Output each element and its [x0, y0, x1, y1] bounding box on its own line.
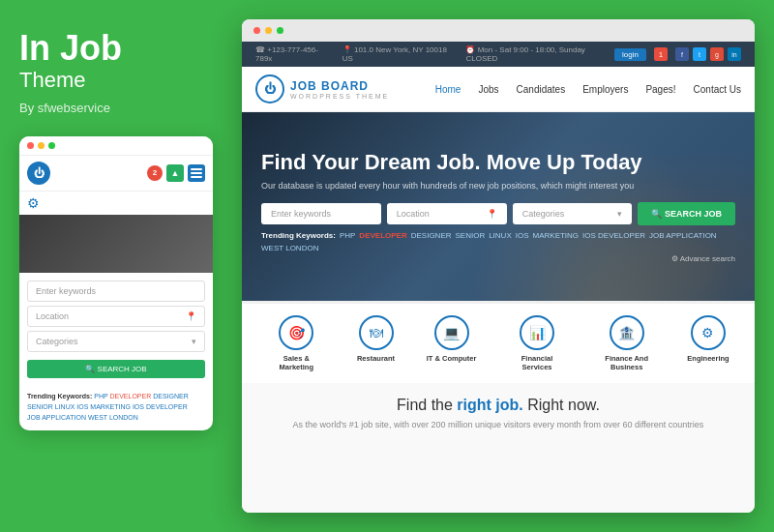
it-computer-label: IT & Computer	[427, 354, 477, 363]
social-icons: f t g in	[675, 47, 741, 61]
category-restaurant[interactable]: 🍽 Restaurant	[357, 315, 395, 371]
financial-services-icon: 📊	[520, 315, 554, 350]
browser-window: ☎ +123-777-456-789x 📍 101.0 New York, NY…	[242, 19, 755, 513]
mobile-nav-icons: 2 ▲	[147, 164, 205, 182]
nav-jobs[interactable]: Jobs	[478, 84, 498, 95]
nav-links: Home Jobs Candidates Employers Pages! Co…	[435, 84, 741, 95]
linkedin-icon[interactable]: in	[728, 47, 741, 61]
nav-employers[interactable]: Employers	[582, 84, 628, 95]
login-button[interactable]: login	[614, 48, 646, 61]
mobile-top-bar	[19, 136, 213, 156]
mobile-notification-badge[interactable]: 2	[147, 165, 163, 181]
hero-categories-select[interactable]: Categories ▾	[513, 203, 633, 224]
bottom-title: Find the right job. Right now.	[261, 397, 735, 414]
tag-designer[interactable]: DESIGNER	[411, 231, 452, 240]
it-computer-icon: 💻	[434, 315, 469, 350]
address-info: 📍 101.0 New York, NY 10018 US	[342, 45, 457, 63]
brand-title: In Job	[19, 29, 213, 68]
hero-search-button[interactable]: 🔍 SEARCH JOB	[638, 202, 735, 225]
mobile-keyword-input[interactable]: Enter keywords	[27, 281, 205, 302]
tag-ios-dev[interactable]: IOS DEVELOPER	[582, 231, 645, 240]
site-navbar: ⏻ JOB BOARD WORDPRESS THEME Home Jobs Ca…	[242, 67, 755, 112]
finance-business-label: Finance And Business	[598, 354, 656, 371]
brand-subtitle: Theme	[19, 68, 213, 93]
tag-job-app[interactable]: JOB APPLICATION	[649, 231, 717, 240]
nav-contact[interactable]: Contact Us	[694, 84, 741, 95]
site-topbar: ☎ +123-777-456-789x 📍 101.0 New York, NY…	[242, 42, 755, 67]
browser-chrome	[242, 19, 755, 42]
mobile-search-button[interactable]: 🔍 SEARCH JOB	[27, 360, 205, 378]
mobile-hero-bg	[19, 215, 213, 273]
category-finance-business[interactable]: 🏦 Finance And Business	[598, 315, 656, 371]
mobile-navbar: ⏻ 2 ▲	[19, 156, 213, 192]
browser-dot-yellow[interactable]	[265, 27, 272, 34]
tag-marketing[interactable]: MARKETING	[533, 231, 580, 240]
browser-dot-red[interactable]	[253, 27, 260, 34]
nav-candidates[interactable]: Candidates	[517, 84, 566, 95]
browser-dot-green[interactable]	[277, 27, 283, 34]
brand-by: By sfwebservice	[19, 101, 213, 115]
tag-senior[interactable]: SENIOR	[456, 231, 486, 240]
advance-search-link[interactable]: ⚙ Advance search	[261, 254, 735, 263]
hours-info: ⏰ Mon - Sat 9:00 - 18:00, Sunday CLOSED	[465, 45, 614, 63]
googleplus-icon[interactable]: g	[710, 47, 724, 61]
dot-yellow	[38, 142, 45, 149]
mobile-hero	[19, 215, 213, 273]
category-financial-services[interactable]: 📊 Financial Services	[508, 315, 566, 371]
logo-icon: ⏻	[255, 74, 284, 103]
mobile-logo: ⏻	[27, 162, 50, 185]
nav-pages[interactable]: Pages!	[645, 84, 675, 95]
trending-keywords-row: Trending Keywords: PHP DEVELOPER DESIGNE…	[261, 231, 735, 252]
dot-green	[48, 142, 55, 149]
engineering-icon: ⚙	[691, 315, 726, 350]
dot-red	[27, 142, 34, 149]
hero-title: Find Your Dream Job. Move Up Today	[261, 150, 735, 175]
category-it-computer[interactable]: 💻 IT & Computer	[427, 315, 477, 371]
topbar-left: ☎ +123-777-456-789x 📍 101.0 New York, NY…	[255, 45, 614, 63]
tag-php[interactable]: PHP	[340, 231, 355, 240]
sales-marketing-icon: 🎯	[279, 315, 313, 350]
tag-ios[interactable]: IOS	[516, 231, 529, 240]
sales-marketing-label: Sales & Marketing	[267, 354, 325, 371]
financial-services-label: Financial Services	[508, 354, 566, 371]
logo-text: JOB BOARD WORDPRESS THEME	[290, 79, 389, 100]
location-icon: 📍	[186, 311, 196, 321]
tag-linux[interactable]: LINUX	[489, 231, 512, 240]
hero-content: Find Your Dream Job. Move Up Today Our d…	[261, 150, 735, 262]
restaurant-icon: 🍽	[359, 315, 394, 350]
select-chevron-icon: ▾	[617, 209, 622, 219]
mobile-categories-select[interactable]: Categories ▾	[27, 331, 205, 352]
hero-search-bar: Enter keywords Location 📍 Categories ▾ 🔍…	[261, 202, 735, 225]
hero-section: Find Your Dream Job. Move Up Today Our d…	[242, 112, 755, 301]
finance-business-icon: 🏦	[610, 315, 644, 350]
nav-home[interactable]: Home	[435, 84, 461, 95]
restaurant-label: Restaurant	[357, 354, 395, 363]
cart-badge[interactable]: 1	[654, 47, 668, 61]
mobile-location-input[interactable]: Location 📍	[27, 306, 205, 327]
bottom-highlight: right job.	[457, 397, 522, 413]
facebook-icon[interactable]: f	[675, 47, 689, 61]
mobile-gear-icon[interactable]: ⚙	[19, 192, 213, 215]
mobile-menu-icon[interactable]	[188, 164, 205, 182]
bottom-section: Find the right job. Right now. As the wo…	[242, 383, 755, 513]
site-logo: ⏻ JOB BOARD WORDPRESS THEME	[255, 74, 389, 103]
category-engineering[interactable]: ⚙ Engineering	[687, 315, 729, 371]
topbar-right: login 1 f t g in	[614, 47, 741, 61]
bottom-subtitle: As the world's #1 job site, with over 20…	[261, 420, 735, 429]
mobile-user-icon[interactable]: ▲	[166, 164, 184, 182]
phone-info: ☎ +123-777-456-789x	[255, 45, 333, 63]
hero-location-input[interactable]: Location 📍	[387, 203, 507, 224]
mobile-trending: Trending Keywords: PHP DEVELOPER DESIGNE…	[19, 391, 213, 431]
category-sales-marketing[interactable]: 🎯 Sales & Marketing	[267, 315, 325, 371]
left-panel: In Job Theme By sfwebservice ⏻ 2 ▲ ⚙	[0, 0, 232, 532]
mobile-search-area: Enter keywords Location 📍 Categories ▾ 🔍…	[19, 273, 213, 391]
categories-section: 🎯 Sales & Marketing 🍽 Restaurant 💻 IT & …	[242, 301, 755, 383]
engineering-label: Engineering	[687, 354, 729, 363]
hero-keyword-input[interactable]: Enter keywords	[261, 203, 381, 224]
location-pin-icon: 📍	[487, 209, 497, 219]
hero-subtitle: Our database is updated every hour with …	[261, 181, 735, 191]
tag-developer[interactable]: DEVELOPER	[359, 231, 406, 240]
mobile-preview: ⏻ 2 ▲ ⚙ Enter keywords Location 📍	[19, 136, 213, 431]
twitter-icon[interactable]: t	[693, 47, 706, 61]
tag-west-london[interactable]: WEST LONDON	[261, 244, 318, 252]
